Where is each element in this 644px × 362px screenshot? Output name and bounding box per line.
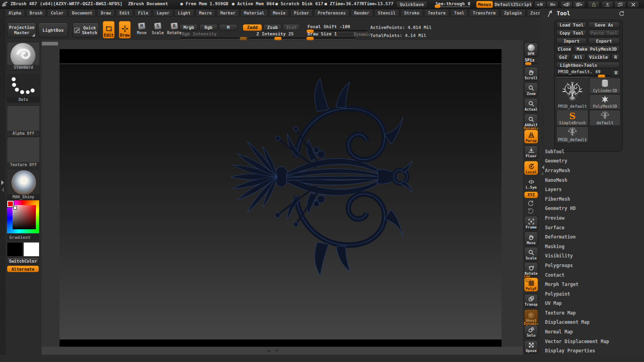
menu-render[interactable]: Render — [351, 9, 373, 16]
dynamic-label[interactable]: Dynamic — [354, 32, 371, 37]
section-layers[interactable]: Layers — [540, 185, 644, 194]
lock-icon[interactable] — [588, 1, 600, 8]
menu-alpha[interactable]: Alpha — [5, 9, 25, 16]
dock-right-tray-button[interactable]: ▶ — [573, 1, 585, 8]
section-polygroups[interactable]: Polygroups — [540, 261, 644, 270]
tool-thumb-pm3d-default[interactable]: PM3D_default — [556, 78, 588, 109]
see-through-slider-handle[interactable] — [435, 5, 440, 8]
menu-transform[interactable]: Transform — [469, 9, 499, 16]
section-subtool[interactable]: SubTool — [540, 147, 644, 156]
section-masking[interactable]: Masking — [540, 242, 644, 251]
close-button[interactable] — [627, 1, 639, 8]
transp-button[interactable]: Transp — [524, 294, 538, 307]
xyz-button[interactable]: XYZ — [524, 191, 538, 198]
menu-macro[interactable]: Macro — [196, 9, 216, 16]
menu-light[interactable]: Light — [174, 9, 194, 16]
bpr-button[interactable]: BPR — [524, 43, 538, 57]
import-button[interactable]: Import — [556, 38, 587, 44]
lightbox-tools-button[interactable]: Lightbox▸Tools — [556, 62, 620, 68]
zcut-button[interactable]: Zcut — [283, 24, 300, 31]
tool-thumb-pm3d-default-2[interactable]: PM3D_default — [556, 126, 588, 143]
document-viewport[interactable] — [60, 49, 502, 347]
scroll-down-arrow-icon[interactable] — [275, 350, 279, 352]
goz-button[interactable]: GoZ — [556, 54, 570, 60]
persp-button[interactable]: Persp — [524, 130, 538, 144]
paste-tool-button[interactable]: Paste Tool — [588, 30, 620, 36]
clone-button[interactable]: Clone — [556, 46, 572, 52]
color-picker[interactable] — [7, 200, 39, 233]
local-button[interactable]: Local — [524, 161, 538, 175]
frame-button[interactable]: Frame — [524, 216, 538, 230]
scroll-button[interactable]: Scroll — [524, 67, 538, 81]
divider-collapse-right-button[interactable]: ▶ — [546, 1, 558, 8]
move-button[interactable]: M Move — [136, 23, 148, 40]
section-morph-target[interactable]: Morph Target — [540, 280, 644, 289]
section-vector-displacement-map[interactable]: Vector Displacement Map — [540, 337, 644, 346]
quicksave-button[interactable]: QuickSave — [396, 1, 427, 8]
scroll-up-arrow-icon[interactable] — [267, 350, 271, 352]
aahalf-button[interactable]: AAHalf — [524, 114, 538, 128]
section-texture-map[interactable]: Texture Map — [540, 308, 644, 318]
bottom-scrollbar[interactable] — [41, 347, 523, 355]
section-geometry-hd[interactable]: Geometry HD — [540, 204, 644, 214]
menu-stencil[interactable]: Stencil — [374, 9, 399, 16]
menu-preferences[interactable]: Preferences — [314, 9, 349, 16]
edit-button[interactable]: Edit — [103, 21, 115, 39]
section-nanomesh[interactable]: NanoMesh — [540, 175, 644, 185]
rgb-button[interactable]: Rgb — [199, 24, 218, 31]
menu-material[interactable]: Material — [240, 9, 268, 16]
menu-file[interactable]: File — [134, 9, 152, 16]
menu-edit[interactable]: Edit — [116, 9, 133, 16]
menu-brush[interactable]: Brush — [26, 9, 46, 16]
tray-close-arrow-icon[interactable] — [1, 187, 4, 192]
section-contact[interactable]: Contact — [540, 270, 644, 280]
menus-button[interactable]: Menus — [476, 1, 493, 8]
solo-button[interactable]: Solo — [524, 325, 538, 338]
export-button[interactable]: Export — [588, 38, 620, 44]
menu-marker[interactable]: Marker — [217, 9, 239, 16]
draw-button[interactable]: Draw — [119, 21, 131, 39]
section-polypaint[interactable]: Polypaint — [540, 289, 644, 299]
section-fibermesh[interactable]: FiberMesh — [540, 194, 644, 204]
dock-left-tray-button[interactable]: ◀ — [560, 1, 573, 8]
zadd-button[interactable]: Zadd — [243, 24, 262, 31]
menu-tool[interactable]: Tool — [450, 9, 468, 16]
all-button[interactable]: All — [571, 54, 586, 60]
current-brush-thumbnail[interactable]: Standard — [7, 42, 40, 71]
tool-thumb-polymesh3d[interactable]: PolyMesh3D — [589, 94, 621, 109]
lightbox-button[interactable]: LightBox — [38, 23, 68, 38]
menu-stroke[interactable]: Stroke — [400, 9, 423, 16]
section-preview[interactable]: Preview — [540, 213, 644, 223]
make-polymesh3d-button[interactable]: Make PolyMesh3D — [574, 46, 620, 52]
sculpt-model-ornament[interactable] — [198, 67, 432, 286]
alternate-button[interactable]: Alternate — [7, 265, 39, 272]
quick-sketch-button[interactable]: Quick Sketch — [72, 23, 99, 38]
minimize-button[interactable] — [601, 1, 613, 8]
scale-button[interactable]: S Scale — [152, 23, 164, 40]
load-tool-button[interactable]: Load Tool — [556, 22, 587, 28]
current-material-thumbnail[interactable]: MAH_Shiny — [7, 169, 40, 200]
secondary-color-swatch[interactable] — [23, 242, 39, 257]
restore-button[interactable] — [614, 1, 626, 8]
default-zscript-button[interactable]: DefaultZScript — [493, 1, 533, 8]
tool-thumb-simplebrush[interactable]: S SimpleBrush — [556, 110, 588, 126]
m-button[interactable]: M — [219, 24, 237, 31]
section-visibility[interactable]: Visibility — [540, 251, 644, 261]
section-display-properties[interactable]: Display Properties — [540, 346, 644, 356]
current-stroke-thumbnail[interactable]: Dots — [7, 74, 40, 103]
projection-master-button[interactable]: Projection Master — [7, 23, 36, 38]
ghost-button[interactable]: Ghost — [524, 309, 538, 323]
divider-collapse-left-button[interactable]: ◀ — [534, 1, 546, 8]
menu-draw[interactable]: Draw — [97, 9, 114, 16]
gradient-toggle[interactable]: Gradient — [7, 234, 39, 241]
actual-button[interactable]: Actual — [524, 98, 538, 112]
menu-picker[interactable]: Picker — [290, 9, 313, 16]
menu-texture[interactable]: Texture — [424, 9, 449, 16]
section-arraymesh[interactable]: ArrayMesh — [540, 166, 644, 175]
tool-thumb-default[interactable]: default — [589, 110, 621, 126]
main-color-swatch[interactable] — [7, 242, 23, 257]
save-as-button[interactable]: Save As — [588, 22, 620, 28]
menu-color[interactable]: Color — [47, 9, 67, 16]
canvas-area[interactable] — [41, 40, 523, 347]
section-displacement-map[interactable]: Displacement Map — [540, 318, 644, 327]
